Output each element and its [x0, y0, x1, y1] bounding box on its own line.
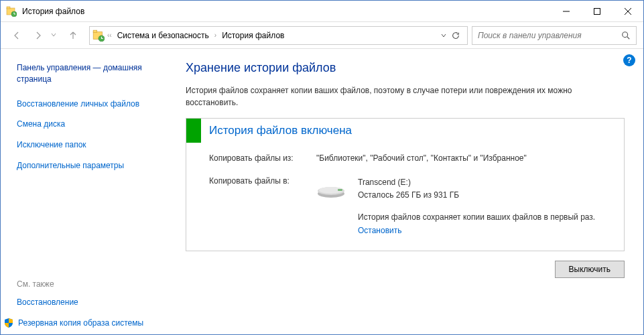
svg-rect-15 [338, 189, 342, 191]
breadcrumb-item[interactable]: История файлов [219, 29, 287, 42]
svg-rect-1 [7, 7, 10, 9]
status-title: История файлов включена [201, 119, 624, 143]
chevron-down-icon[interactable] [440, 32, 447, 39]
breadcrumb-item[interactable]: Система и безопасность [115, 29, 212, 42]
page-heading: Хранение истории файлов [186, 61, 625, 75]
search-box[interactable] [472, 26, 637, 45]
sidebar-link-recovery[interactable]: Восстановление [17, 297, 167, 308]
sidebar: Панель управления — домашняя страница Во… [1, 49, 174, 335]
shield-icon [3, 318, 14, 328]
status-indicator [186, 119, 201, 143]
page-description: История файлов сохраняет копии ваших фай… [186, 84, 625, 109]
search-icon[interactable] [621, 31, 631, 40]
disable-button[interactable]: Выключить [555, 261, 625, 278]
backup-status-text: История файлов сохраняет копии ваших фай… [358, 211, 613, 224]
file-history-icon [92, 29, 105, 42]
close-button[interactable] [613, 1, 643, 22]
stop-link[interactable]: Остановить [358, 226, 402, 235]
sidebar-link-system-image[interactable]: Резервная копия образа системы [17, 318, 167, 329]
navbar: ‹‹ Система и безопасность › История файл… [1, 22, 643, 49]
svg-line-11 [627, 36, 630, 39]
copy-to-label: Копировать файлы в: [209, 176, 316, 237]
breadcrumb[interactable]: ‹‹ Система и безопасность › История файл… [89, 26, 468, 45]
search-input[interactable] [478, 31, 621, 40]
sidebar-link-restore[interactable]: Восстановление личных файлов [17, 98, 167, 110]
minimize-button[interactable] [551, 1, 582, 22]
drive-icon [316, 179, 346, 199]
up-button[interactable] [64, 26, 82, 45]
control-panel-home-link[interactable]: Панель управления — домашняя страница [17, 62, 167, 85]
status-panel: История файлов включена Копировать файлы… [186, 118, 625, 251]
sidebar-item-label: Резервная копия образа системы [18, 318, 143, 329]
svg-rect-4 [594, 8, 600, 14]
main-content: Хранение истории файлов История файлов с… [174, 49, 643, 335]
sidebar-link-advanced[interactable]: Дополнительные параметры [17, 160, 167, 172]
back-button[interactable] [7, 26, 26, 45]
forward-button[interactable] [29, 26, 48, 45]
history-dropdown-icon[interactable] [50, 31, 60, 40]
destination-free-space: Осталось 265 ГБ из 931 ГБ [358, 189, 613, 202]
window-title: История файлов [22, 7, 551, 16]
chevron-left-icon: ‹‹ [107, 31, 112, 39]
see-also-label: См. также [17, 279, 167, 289]
destination-name: Transcend (E:) [358, 176, 613, 189]
sidebar-link-change-drive[interactable]: Смена диска [17, 119, 167, 130]
refresh-icon[interactable] [451, 31, 460, 40]
svg-point-10 [623, 31, 628, 37]
copy-from-label: Копировать файлы из: [209, 153, 316, 163]
file-history-icon [6, 6, 17, 17]
sidebar-link-exclude[interactable]: Исключение папок [17, 139, 167, 151]
copy-from-value: "Библиотеки", "Рабочий стол", "Контакты"… [316, 153, 613, 163]
chevron-right-icon: › [214, 31, 216, 39]
svg-rect-8 [93, 30, 97, 32]
titlebar: История файлов [1, 1, 643, 22]
help-icon[interactable]: ? [623, 54, 635, 66]
maximize-button[interactable] [582, 1, 613, 22]
